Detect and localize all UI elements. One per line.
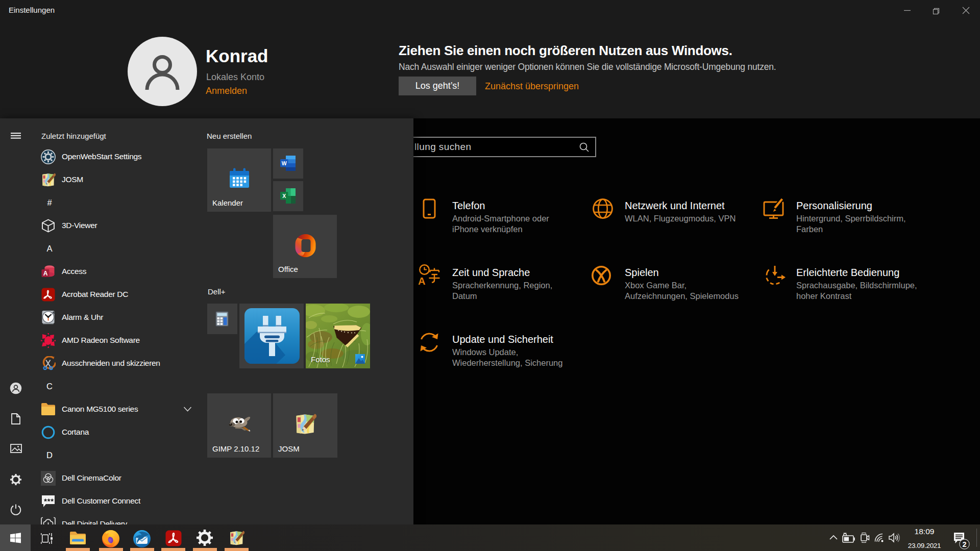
svg-text:A: A	[418, 276, 425, 287]
svg-text:2: 2	[962, 540, 966, 548]
svg-text:A: A	[43, 270, 48, 277]
svg-text:X: X	[282, 193, 286, 199]
svg-text:W: W	[282, 160, 287, 166]
